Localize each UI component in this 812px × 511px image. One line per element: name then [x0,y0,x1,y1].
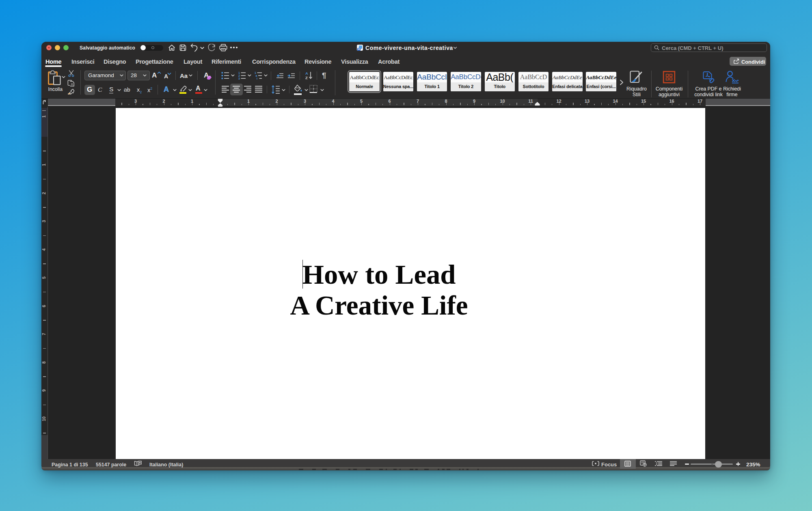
svg-text:2: 2 [238,74,240,77]
svg-text:3: 3 [238,77,240,80]
svg-text:i: i [257,77,257,80]
svg-text:a: a [256,74,257,77]
svg-text:Z: Z [305,75,308,80]
svg-text:A: A [305,71,308,75]
